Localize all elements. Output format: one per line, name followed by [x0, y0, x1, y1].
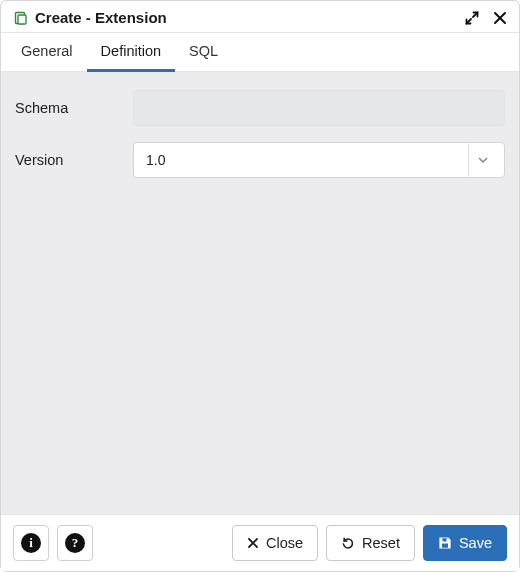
- form-body: Schema Version 1.0: [1, 72, 519, 514]
- close-button-label: Close: [266, 535, 303, 551]
- svg-rect-1: [18, 15, 26, 24]
- close-btn-icon: [247, 537, 259, 549]
- schema-label: Schema: [15, 100, 133, 116]
- reset-button-label: Reset: [362, 535, 400, 551]
- extension-icon: [13, 10, 29, 26]
- tab-sql[interactable]: SQL: [175, 33, 232, 72]
- info-button[interactable]: i: [13, 525, 49, 561]
- schema-row: Schema: [15, 90, 505, 126]
- reset-icon: [341, 536, 355, 550]
- tab-definition[interactable]: Definition: [87, 33, 175, 72]
- chevron-down-icon[interactable]: [468, 143, 496, 177]
- version-value: 1.0: [146, 152, 462, 168]
- dialog-footer: i ? Close Reset: [1, 514, 519, 571]
- close-button[interactable]: Close: [232, 525, 318, 561]
- save-button-label: Save: [459, 535, 492, 551]
- tabs: General Definition SQL: [1, 33, 519, 72]
- save-button[interactable]: Save: [423, 525, 507, 561]
- dialog-title: Create - Extension: [35, 9, 167, 26]
- version-field[interactable]: 1.0: [133, 142, 505, 178]
- help-button[interactable]: ?: [57, 525, 93, 561]
- header-actions: [465, 11, 507, 25]
- close-icon[interactable]: [493, 11, 507, 25]
- svg-rect-6: [442, 544, 448, 548]
- reset-button[interactable]: Reset: [326, 525, 415, 561]
- version-row: Version 1.0: [15, 142, 505, 178]
- info-icon: i: [21, 533, 41, 553]
- schema-field[interactable]: [133, 90, 505, 126]
- svg-rect-5: [442, 539, 446, 542]
- maximize-icon[interactable]: [465, 11, 479, 25]
- help-icon: ?: [65, 533, 85, 553]
- version-label: Version: [15, 152, 133, 168]
- tab-general[interactable]: General: [7, 33, 87, 72]
- dialog-header: Create - Extension: [1, 1, 519, 33]
- create-extension-dialog: Create - Extension General Definition: [0, 0, 520, 572]
- save-icon: [438, 536, 452, 550]
